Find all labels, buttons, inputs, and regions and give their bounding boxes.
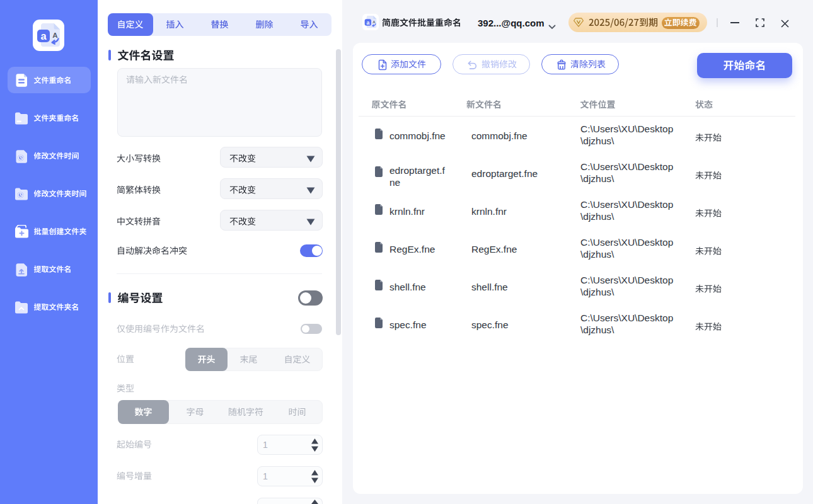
svg-text:A: A bbox=[52, 32, 57, 39]
svg-text:a: a bbox=[40, 30, 47, 42]
svg-text:a: a bbox=[366, 20, 369, 26]
svg-text:A: A bbox=[372, 20, 376, 24]
